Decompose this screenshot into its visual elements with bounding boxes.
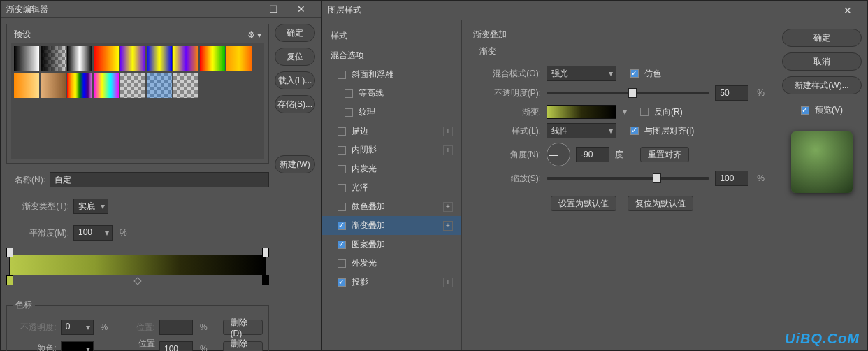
swatch[interactable]	[41, 46, 66, 71]
add-effect-icon[interactable]: +	[443, 145, 453, 155]
style-item-label: 内阴影	[352, 144, 377, 156]
style-item[interactable]: 描边+	[322, 122, 461, 141]
align-checkbox[interactable]	[630, 127, 639, 135]
stops-fieldset: 色标 不透明度: 0 % 位置: % 删除(D) 颜色: % 位置(C): %	[6, 299, 269, 351]
swatch[interactable]	[147, 46, 172, 71]
style-checkbox[interactable]	[338, 241, 346, 249]
gradient-picker[interactable]	[547, 105, 616, 119]
stop-color-swatch[interactable]	[61, 341, 94, 352]
gradient-editor-dialog: 渐变编辑器 — ☐ ✕ 预设 ⚙ ▾	[0, 0, 321, 351]
style-item[interactable]: 外发光	[322, 254, 461, 273]
align-label: 与图层对齐(I)	[644, 125, 694, 137]
delete-opacity-stop-button: 删除(D)	[223, 320, 263, 335]
swatch[interactable]	[173, 46, 198, 71]
swatch[interactable]	[14, 73, 39, 98]
swatch[interactable]	[200, 46, 225, 71]
swatch[interactable]	[120, 73, 145, 98]
swatch[interactable]	[94, 46, 119, 71]
swatch[interactable]	[226, 46, 252, 71]
dither-checkbox[interactable]	[630, 69, 639, 78]
stop-pos2-input[interactable]	[159, 341, 193, 352]
scale-input[interactable]	[715, 171, 748, 186]
style-checkbox[interactable]	[338, 278, 346, 287]
style-select[interactable]: 线性	[547, 123, 616, 138]
name-input[interactable]	[50, 172, 269, 187]
smoothness-select[interactable]: 100	[73, 225, 113, 241]
minimize-button[interactable]: —	[231, 1, 259, 17]
style-checkbox[interactable]	[345, 89, 353, 98]
style-checkbox[interactable]	[338, 184, 346, 192]
style-checkbox[interactable]	[338, 259, 346, 268]
style-item[interactable]: 纹理	[322, 103, 461, 122]
angle-input[interactable]	[576, 147, 609, 162]
settings-panel: 渐变叠加 渐变 混合模式(O): 强光 仿色 不透明度(P): % 渐变:	[462, 20, 776, 350]
reset-default-button[interactable]: 复位为默认值	[628, 196, 693, 211]
new-button[interactable]: 新建(W)	[275, 155, 315, 173]
style-checkbox[interactable]	[338, 127, 346, 136]
presets-panel: 预设 ⚙ ▾	[6, 24, 269, 164]
gradient-ramp[interactable]	[6, 249, 269, 289]
stop-pos-input	[159, 320, 193, 335]
style-checkbox[interactable]	[345, 108, 353, 117]
style-item[interactable]: 光泽	[322, 178, 461, 197]
swatch[interactable]	[14, 46, 39, 71]
style-checkbox[interactable]	[338, 165, 346, 173]
load-button[interactable]: 载入(L)...	[275, 71, 315, 89]
add-effect-icon[interactable]: +	[443, 221, 453, 231]
close-button[interactable]: ✕	[834, 2, 862, 19]
delete-color-stop-button[interactable]: 删除(D)	[223, 341, 263, 352]
close-button[interactable]: ✕	[287, 1, 315, 17]
style-item[interactable]: 图案叠加	[322, 235, 461, 254]
style-checkbox[interactable]	[338, 146, 346, 155]
scale-slider[interactable]	[547, 177, 709, 180]
swatch[interactable]	[41, 73, 66, 98]
maximize-button[interactable]: ☐	[259, 1, 287, 17]
swatch[interactable]	[173, 73, 198, 98]
gradient-bar[interactable]	[9, 255, 266, 275]
gear-icon[interactable]: ⚙ ▾	[247, 30, 261, 40]
angle-dial[interactable]	[547, 143, 570, 166]
name-label: 名称(N):	[6, 174, 45, 186]
style-item[interactable]: 内发光	[322, 159, 461, 178]
save-button[interactable]: 存储(S)...	[275, 95, 315, 113]
reverse-checkbox[interactable]	[640, 108, 649, 116]
add-effect-icon[interactable]: +	[443, 202, 453, 212]
style-item[interactable]: 渐变叠加+	[322, 216, 461, 235]
opacity-label: 不透明度(P):	[479, 87, 541, 99]
opacity-input[interactable]	[715, 85, 748, 101]
add-effect-icon[interactable]: +	[443, 278, 453, 287]
blend-mode-label: 混合模式(O):	[479, 68, 541, 80]
set-default-button[interactable]: 设置为默认值	[551, 196, 616, 211]
opacity-slider[interactable]	[547, 92, 709, 94]
dialog-title: 渐变编辑器	[6, 3, 231, 15]
style-item[interactable]: 投影+	[322, 273, 461, 292]
swatch[interactable]	[147, 73, 172, 98]
style-item-label: 等高线	[359, 87, 384, 99]
style-checkbox[interactable]	[338, 222, 346, 230]
preview-checkbox[interactable]	[801, 106, 809, 115]
style-checkbox[interactable]	[338, 203, 346, 211]
swatch[interactable]	[67, 73, 92, 98]
style-item[interactable]: 斜面和浮雕	[322, 65, 461, 84]
swatch[interactable]	[120, 46, 145, 71]
add-effect-icon[interactable]: +	[443, 127, 453, 136]
style-item[interactable]: 等高线	[322, 84, 461, 103]
swatch[interactable]	[67, 46, 92, 71]
style-checkbox[interactable]	[338, 71, 346, 79]
swatch[interactable]	[94, 73, 119, 98]
style-item[interactable]: 内阴影+	[322, 141, 461, 159]
watermark: UiBQ.CoM	[785, 331, 860, 347]
style-item[interactable]: 颜色叠加+	[322, 197, 461, 216]
reset-button[interactable]: 复位	[275, 48, 315, 66]
reset-align-button[interactable]: 重置对齐	[640, 147, 689, 162]
angle-label: 角度(N):	[479, 149, 541, 161]
ok-button[interactable]: 确定	[275, 24, 315, 42]
styles-header: 样式	[322, 26, 461, 46]
cancel-button[interactable]: 取消	[782, 52, 862, 71]
gradient-type-select[interactable]: 实底	[73, 199, 108, 214]
ok-button[interactable]: 确定	[782, 29, 862, 47]
blend-mode-select[interactable]: 强光	[547, 66, 616, 81]
scale-label: 缩放(S):	[479, 173, 541, 185]
style-item[interactable]: 混合选项	[322, 46, 461, 65]
new-style-button[interactable]: 新建样式(W)...	[782, 76, 862, 94]
